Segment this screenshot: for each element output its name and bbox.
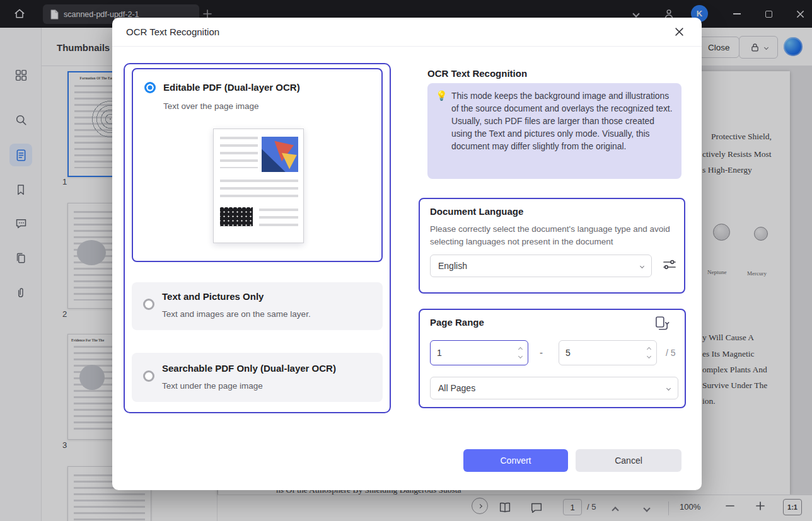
mode-info-text: This mode keeps the background image and…: [451, 90, 674, 153]
preview-text-lines: [259, 209, 298, 229]
stepper-up-icon: [518, 347, 523, 352]
range-separator: -: [540, 347, 543, 358]
convert-button[interactable]: Convert: [463, 449, 568, 472]
dialog-title: OCR Text Recognition: [126, 26, 219, 37]
page-mode-selected-value: All Pages: [438, 383, 475, 393]
chevron-down-icon: [640, 263, 644, 268]
option-searchable-pdf[interactable]: Searchable PDF Only (Dual-layer OCR) Tex…: [132, 353, 383, 402]
dialog-titlebar: OCR Text Recognition: [112, 18, 702, 47]
chevron-down-icon: [666, 386, 671, 390]
language-select[interactable]: English: [430, 255, 652, 277]
bulb-icon: 💡: [436, 90, 448, 101]
preview-text-lines: [220, 137, 258, 168]
language-selected-value: English: [438, 261, 467, 271]
app-root: scanned-pdf-updf-2-1 K Thumbnails Close: [0, 0, 812, 521]
radio-text-pictures-only[interactable]: [143, 299, 154, 310]
option-title: Editable PDF (Dual-layer OCR): [163, 82, 300, 93]
page-range-icon-button[interactable]: [653, 315, 670, 334]
option-subtitle: Text over the page image: [163, 101, 259, 111]
page-range-section: Page Range - / 5 All Pag: [419, 309, 686, 408]
option-subtitle: Text under the page image: [162, 381, 263, 391]
stepper-up-icon: [647, 347, 651, 352]
ocr-section-heading: OCR Text Recognition: [427, 68, 527, 79]
page-range-from-input[interactable]: [431, 348, 519, 358]
preview-chart-image: [262, 137, 298, 172]
mode-info-box: 💡 This mode keeps the background image a…: [427, 83, 682, 179]
language-section-title: Document Language: [430, 206, 523, 217]
dialog-close-button[interactable]: [670, 23, 688, 41]
document-language-section: Document Language Please correctly selec…: [419, 198, 685, 294]
radio-searchable-pdf[interactable]: [143, 370, 154, 382]
option-title: Searchable PDF Only (Dual-layer OCR): [162, 363, 336, 374]
radio-editable-pdf[interactable]: [144, 82, 156, 93]
to-stepper[interactable]: [647, 348, 656, 358]
preview-keyboard-image: [220, 207, 253, 226]
cancel-button[interactable]: Cancel: [576, 449, 682, 472]
page-range-icon: [653, 315, 670, 331]
stepper-down-icon: [647, 354, 651, 358]
editable-pdf-preview-image: [213, 129, 304, 243]
ocr-dialog: OCR Text Recognition Editable PDF (Dual-…: [112, 18, 702, 490]
page-mode-select[interactable]: All Pages: [430, 377, 678, 399]
page-range-to-field: [559, 340, 657, 365]
preview-text-lines: [220, 180, 298, 200]
language-section-subtitle: Please correctly select the document's l…: [430, 223, 675, 249]
page-range-to-input[interactable]: [559, 348, 647, 358]
from-stepper[interactable]: [519, 348, 528, 358]
page-range-from-field: [430, 340, 528, 365]
close-icon: [675, 27, 684, 37]
page-range-total: / 5: [666, 348, 676, 358]
option-editable-pdf[interactable]: Editable PDF (Dual-layer OCR) Text over …: [132, 68, 383, 262]
language-settings-button[interactable]: [662, 257, 677, 275]
stepper-down-icon: [518, 354, 523, 358]
option-text-pictures-only[interactable]: Text and Pictures Only Text and images a…: [132, 282, 383, 330]
page-range-title: Page Range: [430, 317, 484, 328]
option-subtitle: Text and images are on the same layer.: [162, 309, 311, 319]
sliders-icon: [662, 257, 677, 272]
ocr-mode-group: Editable PDF (Dual-layer OCR) Text over …: [124, 63, 391, 413]
option-title: Text and Pictures Only: [162, 291, 264, 302]
